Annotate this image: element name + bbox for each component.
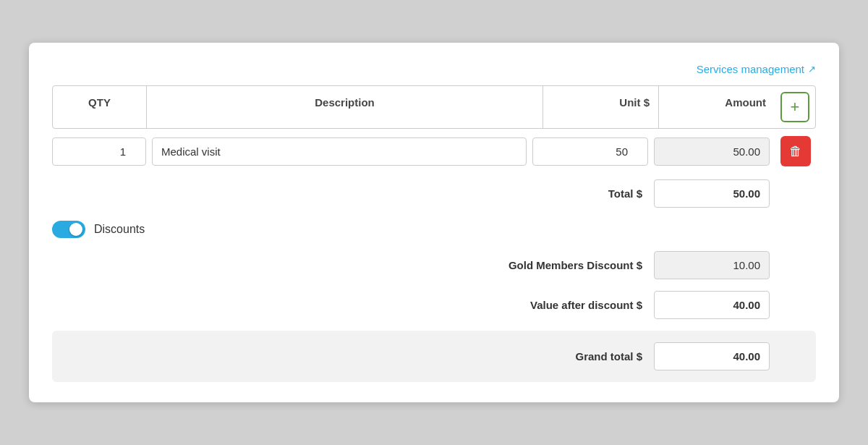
unit-cell [532,137,648,166]
qty-input[interactable] [52,137,146,166]
grand-total-section: Grand total $ 40.00 [52,331,816,382]
discounts-row: Discounts [52,221,816,238]
delete-row-button[interactable]: 🗑 [780,136,811,166]
total-label: Total $ [509,187,654,200]
header-action: + [775,86,815,128]
header-unit: Unit $ [543,86,659,128]
add-row-button[interactable]: + [780,92,809,122]
services-management-link[interactable]: Services management ↗ [697,63,816,75]
grand-total-value: 40.00 [654,342,770,370]
unit-input[interactable] [532,137,648,166]
amount-display: 50.00 [654,137,770,166]
discounts-toggle[interactable] [52,221,85,238]
services-management-link-row: Services management ↗ [52,63,816,75]
gold-members-discount-label: Gold Members Discount $ [466,259,654,271]
total-section: Total $ 50.00 [52,179,816,208]
header-description: Description [147,86,543,128]
delete-action: 🗑 [775,136,816,166]
main-card: Services management ↗ QTY Description Un… [29,43,839,402]
services-management-label: Services management [697,63,804,75]
table-header: QTY Description Unit $ Amount + [52,85,816,129]
toggle-track [52,221,85,238]
description-input[interactable] [152,137,527,166]
trash-icon: 🗑 [789,144,802,159]
add-icon: + [791,98,800,116]
discounts-label: Discounts [94,223,145,236]
toggle-thumb [69,223,82,236]
value-after-discount-value: 40.00 [654,291,770,319]
gold-members-discount-row: Gold Members Discount $ 10.00 [52,251,816,279]
external-link-icon: ↗ [808,64,816,75]
description-cell [152,137,527,166]
total-value: 50.00 [654,179,770,208]
qty-cell [52,137,146,166]
gold-members-discount-value: 10.00 [654,251,770,279]
amount-cell: 50.00 [654,137,770,166]
value-after-discount-row: Value after discount $ 40.00 [52,291,816,319]
header-amount: Amount [659,86,775,128]
table-row: 50.00 🗑 [52,136,816,166]
header-qty: QTY [53,86,147,128]
value-after-discount-label: Value after discount $ [466,299,654,311]
grand-total-label: Grand total $ [466,350,654,363]
